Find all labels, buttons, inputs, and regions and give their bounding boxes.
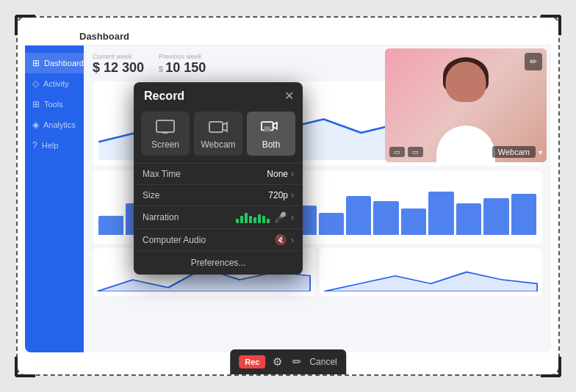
- svg-marker-7: [223, 123, 227, 131]
- corner-bl: [15, 357, 35, 377]
- maxtime-label: Max Time: [143, 169, 267, 179]
- activity-icon: ◇: [32, 79, 39, 89]
- sidebar-item-label: Help: [42, 141, 59, 150]
- corner-br: [541, 357, 561, 377]
- svg-rect-3: [156, 120, 174, 132]
- webcam-screen-btn[interactable]: ▭: [389, 147, 405, 157]
- mode-buttons-group: Screen Webcam: [134, 109, 303, 163]
- edit-button[interactable]: ✏: [289, 354, 305, 370]
- option-audio-row[interactable]: Computer Audio 🔇 ›: [134, 228, 303, 250]
- previous-week-value: $ 10 150: [159, 60, 206, 76]
- sidebar-item-label: Tools: [44, 100, 63, 109]
- bar-chart-bar: [373, 201, 398, 235]
- narration-bar: [253, 217, 256, 223]
- microphone-icon: 🎤: [274, 211, 287, 223]
- audio-mute-icon: 🔇: [275, 234, 287, 245]
- svg-marker-2: [324, 272, 538, 292]
- option-narration-row[interactable]: Narration 🎤 ›: [134, 206, 303, 228]
- person-head: [446, 62, 486, 102]
- mode-both-label: Both: [262, 139, 281, 150]
- size-label: Size: [143, 190, 268, 200]
- dashboard-body: ⊞ Dashboard ◇ Activity ⊞ Tools ◈ Analyti…: [25, 46, 551, 352]
- dialog-close-button[interactable]: ✕: [284, 90, 294, 102]
- dialog-title: Record: [144, 90, 184, 103]
- narration-bar: [240, 216, 243, 223]
- both-icon: [261, 119, 281, 135]
- area-chart-right-svg: [324, 253, 538, 291]
- sidebar-item-label: Analytics: [43, 120, 76, 129]
- svg-rect-10: [264, 126, 270, 131]
- tools-icon: ⊞: [32, 99, 40, 109]
- preferences-row[interactable]: Preferences...: [134, 250, 303, 275]
- area-chart-right: [320, 248, 542, 296]
- current-week-value: $ 12 300: [93, 60, 144, 76]
- audio-label: Computer Audio: [143, 235, 275, 245]
- mode-screen-button[interactable]: Screen: [141, 112, 190, 156]
- sidebar-item-label: Activity: [43, 79, 69, 88]
- sidebar-item-analytics[interactable]: ◈ Analytics: [25, 115, 84, 135]
- dashboard-header: Dashboard: [25, 25, 551, 46]
- current-week-stat: Current week $ 12 300: [93, 53, 144, 76]
- dashboard-icon: ⊞: [32, 58, 40, 68]
- mode-webcam-label: Webcam: [201, 139, 235, 150]
- narration-bar: [249, 216, 252, 223]
- option-size-row[interactable]: Size 720p ›: [134, 184, 303, 206]
- help-icon: ?: [32, 140, 37, 150]
- svg-marker-9: [273, 123, 277, 129]
- edit-icon: ✏: [292, 355, 302, 368]
- main-content: Current week $ 12 300 Previous week $ 10…: [84, 46, 551, 352]
- sidebar-item-tools[interactable]: ⊞ Tools: [25, 94, 84, 115]
- webcam-toolbar: ▭ ▭ Webcam ▾: [389, 146, 542, 158]
- webcam-icon: [208, 119, 228, 135]
- option-maxtime-row[interactable]: Max Time None ›: [134, 163, 303, 184]
- bar-chart-bar: [483, 198, 508, 235]
- previous-week-label: Previous week: [159, 53, 206, 60]
- current-week-label: Current week: [93, 53, 144, 60]
- bar-chart-bar: [511, 194, 536, 235]
- bar-chart-bar: [319, 213, 344, 235]
- rec-button[interactable]: Rec: [239, 355, 265, 369]
- svg-rect-6: [209, 122, 223, 132]
- webcam-label: Webcam: [492, 146, 536, 158]
- bar-chart-bar: [428, 192, 453, 236]
- narration-bar: [258, 214, 261, 223]
- maxtime-chevron-icon: ›: [291, 169, 294, 179]
- bar-chart-bar: [401, 208, 426, 235]
- dashboard-title: Dashboard: [79, 31, 129, 42]
- mode-screen-label: Screen: [151, 139, 179, 150]
- maxtime-value: None: [267, 169, 288, 179]
- narration-bar: [245, 213, 248, 223]
- main-frame: Dashboard ⊞ Dashboard ◇ Activity ⊞ Tools…: [16, 16, 560, 376]
- sidebar: ⊞ Dashboard ◇ Activity ⊞ Tools ◈ Analyti…: [25, 46, 84, 352]
- size-chevron-icon: ›: [291, 190, 294, 200]
- narration-level-bars: [236, 211, 270, 223]
- mode-both-button[interactable]: Both: [247, 112, 295, 156]
- dashboard-window: Dashboard ⊞ Dashboard ◇ Activity ⊞ Tools…: [25, 25, 551, 352]
- webcam-layout-btn[interactable]: ▭: [408, 147, 423, 157]
- sidebar-item-help[interactable]: ? Help: [25, 135, 84, 156]
- dialog-header: Record ✕: [134, 82, 303, 109]
- settings-icon: ⚙: [273, 355, 282, 368]
- narration-label: Narration: [143, 212, 236, 222]
- narration-bar: [262, 216, 265, 223]
- size-value: 720p: [268, 190, 288, 200]
- record-dialog: Record ✕ Screen: [134, 82, 303, 275]
- bar-chart-bar: [456, 203, 481, 235]
- previous-week-stat: Previous week $ 10 150: [159, 53, 206, 76]
- mode-webcam-button[interactable]: Webcam: [194, 112, 242, 156]
- bottom-toolbar: Rec ⚙ ✏ Cancel: [230, 349, 346, 374]
- narration-bar: [267, 219, 270, 223]
- narration-bar: [236, 219, 239, 223]
- webcam-person-bg: [385, 48, 547, 162]
- narration-chevron-icon: ›: [291, 212, 294, 222]
- sidebar-item-activity[interactable]: ◇ Activity: [25, 73, 84, 94]
- webcam-preview: ✏ ▭ ▭ Webcam ▾: [385, 48, 547, 162]
- cancel-button[interactable]: Cancel: [309, 357, 336, 367]
- sidebar-item-label: Dashboard: [44, 59, 84, 68]
- bar-chart-bar: [98, 216, 123, 235]
- settings-button[interactable]: ⚙: [270, 354, 285, 370]
- webcam-edit-button[interactable]: ✏: [525, 53, 542, 70]
- preferences-label: Preferences...: [191, 258, 246, 268]
- sidebar-item-dashboard[interactable]: ⊞ Dashboard: [25, 53, 84, 73]
- screen-icon: [155, 119, 176, 135]
